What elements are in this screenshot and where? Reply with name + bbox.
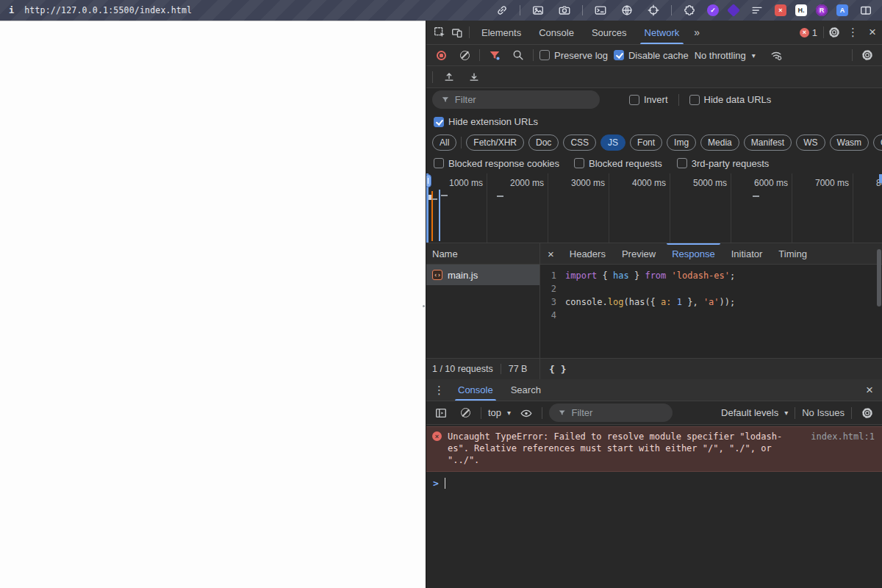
divider (852, 49, 853, 61)
chip-ws[interactable]: WS (796, 135, 825, 151)
divider (501, 364, 501, 374)
chip-media[interactable]: Media (700, 135, 739, 151)
extension-translate-icon[interactable]: A (836, 4, 848, 16)
drawer-tab-console[interactable]: Console (449, 379, 502, 401)
hide-extension-urls-label: Hide extension URLs (448, 116, 538, 127)
timeline-overview[interactable]: 1000 ms2000 ms3000 ms4000 ms5000 ms6000 … (426, 173, 882, 243)
chip-manifest[interactable]: Manifest (744, 135, 792, 151)
extension-check-icon[interactable]: ✓ (707, 4, 719, 16)
detail-tab-timing[interactable]: Timing (770, 243, 815, 264)
tab-console[interactable]: Console (530, 21, 583, 44)
format-button[interactable]: { } (549, 364, 566, 375)
network-filter-input[interactable] (455, 94, 591, 105)
chip-doc[interactable]: Doc (528, 135, 559, 151)
tab-network[interactable]: Network (636, 21, 689, 44)
context-selector[interactable]: top ▾ (488, 407, 511, 418)
code-token: console. (565, 297, 608, 307)
extensions-puzzle-icon[interactable] (681, 1, 698, 19)
request-list: Name ‹› main.js (426, 243, 540, 358)
timeline-left-grip[interactable] (426, 174, 431, 187)
close-drawer-icon[interactable]: × (860, 383, 879, 398)
devtools-tabbar: ElementsConsoleSourcesNetwork » × 1 ⋮ × (426, 21, 882, 45)
network-filter-input-wrap[interactable] (432, 90, 600, 109)
console-error-message[interactable]: × Uncaught TypeError: Failed to resolve … (426, 426, 882, 472)
detail-tab-initiator[interactable]: Initiator (723, 243, 771, 264)
link-icon[interactable] (493, 1, 511, 19)
response-code[interactable]: 1import { has } from 'lodash-es';23conso… (540, 265, 882, 358)
device-toolbar-icon[interactable] (448, 24, 466, 41)
import-har-icon[interactable] (440, 68, 458, 86)
close-devtools-icon[interactable]: × (863, 21, 882, 44)
console-filter-input[interactable] (571, 407, 664, 418)
chip-font[interactable]: Font (630, 135, 662, 151)
live-expression-eye-icon[interactable] (517, 404, 535, 422)
more-options-icon[interactable]: ⋮ (843, 21, 863, 44)
chip-other[interactable]: Other (873, 135, 882, 151)
network-settings-gear-icon[interactable] (858, 46, 876, 64)
split-view-icon[interactable] (857, 1, 875, 19)
preserve-log-checkbox[interactable]: Preserve log (539, 50, 608, 61)
timeline-gridline: 7000 ms (792, 173, 853, 243)
crosshair-icon[interactable] (645, 1, 662, 19)
extension-h-icon[interactable]: H. (795, 4, 807, 16)
console-settings-gear-icon[interactable] (858, 404, 876, 422)
issues-counter[interactable]: No Issues (802, 407, 845, 418)
tab-sources[interactable]: Sources (583, 21, 636, 44)
divider (582, 5, 583, 15)
list-lines-icon[interactable] (748, 1, 766, 19)
timeline-gridline: 4000 ms (609, 173, 670, 243)
invert-checkbox[interactable]: Invert (629, 94, 668, 105)
image-icon[interactable] (529, 1, 547, 19)
settings-gear-icon[interactable] (825, 24, 843, 41)
inspect-element-icon[interactable] (431, 24, 448, 41)
scrollbar-thumb[interactable] (877, 249, 881, 306)
extension-lr-icon[interactable]: R (816, 4, 828, 16)
globe-icon[interactable] (618, 1, 636, 19)
hide-extension-urls-checkbox[interactable]: Hide extension URLs (434, 116, 538, 127)
hide-data-urls-checkbox[interactable]: Hide data URLs (689, 94, 772, 105)
error-source-link[interactable]: index.html:1 (811, 431, 875, 466)
disable-cache-checkbox[interactable]: Disable cache (614, 50, 689, 61)
chip-fetch-xhr[interactable]: Fetch/XHR (466, 135, 524, 151)
checkbox-blocked-requests[interactable]: Blocked requests (574, 158, 662, 169)
clear-console-icon[interactable] (456, 404, 474, 422)
filter-funnel-icon[interactable] (486, 46, 503, 64)
terminal-icon[interactable] (592, 1, 609, 19)
chip-img[interactable]: Img (667, 135, 696, 151)
console-sidebar-icon[interactable] (432, 404, 450, 422)
checkbox-checked (434, 117, 444, 127)
detail-tab-response[interactable]: Response (664, 243, 723, 264)
extension-purple-icon[interactable] (727, 4, 740, 17)
console-prompt[interactable]: > (426, 472, 882, 489)
error-badge[interactable]: × 1 (795, 21, 822, 44)
throttling-dropdown[interactable]: No throttling ▾ (695, 50, 756, 61)
checkbox-blocked-response-cookies[interactable]: Blocked response cookies (434, 158, 559, 169)
name-column-header[interactable]: Name (426, 243, 539, 265)
blocked-filters-row: Blocked response cookiesBlocked requests… (426, 153, 882, 173)
request-row-mainjs[interactable]: ‹› main.js (426, 265, 539, 285)
console-filter-input-wrap[interactable] (549, 404, 673, 422)
checkbox-3rd-party-requests[interactable]: 3rd-party requests (677, 158, 770, 169)
close-detail-icon[interactable]: × (542, 248, 560, 260)
chip-wasm[interactable]: Wasm (830, 135, 870, 151)
detail-tab-preview[interactable]: Preview (614, 243, 664, 264)
drawer-kebab-icon[interactable]: ⋮ (429, 384, 449, 397)
camera-icon[interactable] (556, 1, 573, 19)
timeline-right-handle[interactable] (879, 174, 882, 183)
devtools-resize-handle[interactable] (423, 305, 425, 307)
network-conditions-icon[interactable] (767, 46, 785, 64)
extension-red-icon[interactable]: × (775, 4, 786, 16)
detail-tab-headers[interactable]: Headers (562, 243, 614, 264)
export-har-icon[interactable] (465, 68, 483, 86)
timeline-tick-label: 7000 ms (815, 178, 849, 188)
chip-all[interactable]: All (432, 135, 456, 151)
tab-elements[interactable]: Elements (473, 21, 530, 44)
record-network-log-icon[interactable] (432, 46, 450, 64)
more-tabs-icon[interactable]: » (688, 21, 706, 44)
search-icon[interactable] (509, 46, 527, 64)
chip-js[interactable]: JS (600, 135, 625, 151)
log-levels-dropdown[interactable]: Default levels ▾ (721, 407, 788, 418)
clear-network-log-icon[interactable] (456, 46, 473, 64)
chip-css[interactable]: CSS (563, 135, 596, 151)
drawer-tab-search[interactable]: Search (502, 379, 550, 401)
